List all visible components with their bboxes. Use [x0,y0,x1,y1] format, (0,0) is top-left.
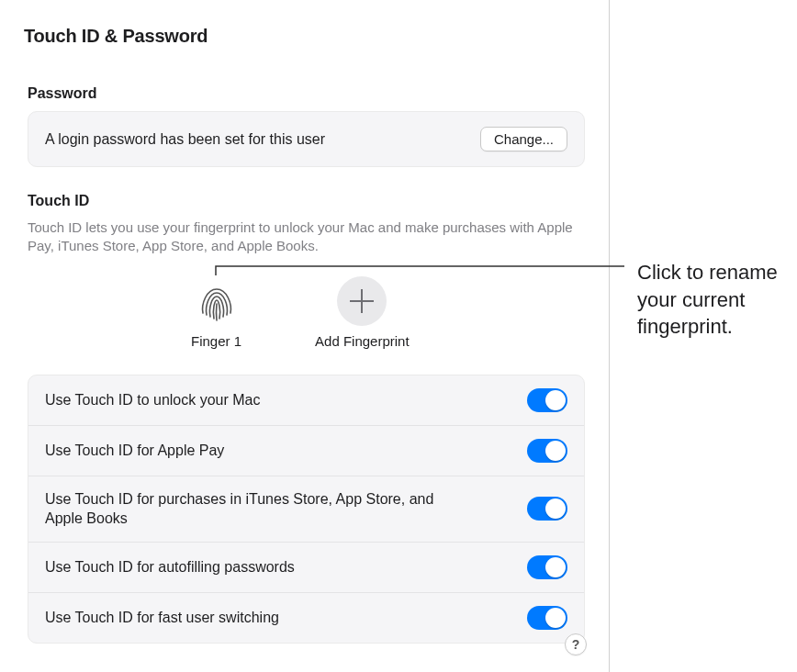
page-title: Touch ID & Password [0,0,609,47]
content-area: Password A login password has been set f… [0,47,609,644]
fingerprint-label[interactable]: Finger 1 [191,333,241,349]
add-fingerprint-icon [337,276,387,326]
switch-knob [545,608,566,628]
toggle-row-apple-pay: Use Touch ID for Apple Pay [28,426,584,476]
password-section-label: Password [28,85,585,102]
change-password-button[interactable]: Change... [480,127,567,151]
annotation-text: Click to rename your current fingerprint… [637,259,793,341]
add-fingerprint-label: Add Fingerprint [315,333,410,349]
add-fingerprint-item[interactable]: Add Fingerprint [315,276,410,349]
toggle-switch-unlock-mac[interactable] [527,388,567,412]
touchid-section: Touch ID Touch ID lets you use your fing… [28,193,585,644]
plus-icon [350,289,374,313]
touchid-toggle-list: Use Touch ID to unlock your Mac Use Touc… [28,375,585,644]
switch-knob [545,557,566,577]
toggle-switch-apple-pay[interactable] [527,439,567,463]
toggle-label: Use Touch ID for fast user switching [45,608,279,628]
toggle-row-autofill: Use Touch ID for autofilling passwords [28,543,584,593]
password-card: A login password has been set for this u… [28,111,585,167]
fingerprint-row: Finger 1 Add Fingerprint [28,256,585,375]
fingerprint-icon [192,276,241,326]
toggle-switch-purchases[interactable] [527,497,567,521]
toggle-row-unlock-mac: Use Touch ID to unlock your Mac [28,375,584,426]
password-description: A login password has been set for this u… [45,131,325,148]
switch-knob [545,498,566,519]
toggle-label: Use Touch ID for Apple Pay [45,441,224,461]
toggle-row-purchases: Use Touch ID for purchases in iTunes Sto… [28,476,584,543]
touchid-description: Touch ID lets you use your fingerprint t… [28,218,578,256]
toggle-label: Use Touch ID for purchases in iTunes Sto… [45,489,467,529]
toggle-switch-fast-user-switch[interactable] [527,606,567,630]
touchid-section-label: Touch ID [28,193,585,209]
settings-pane: Touch ID & Password Password A login pas… [0,0,610,672]
switch-knob [545,441,566,461]
toggle-label: Use Touch ID for autofilling passwords [45,557,295,577]
toggle-label: Use Touch ID to unlock your Mac [45,390,260,410]
switch-knob [545,390,566,410]
fingerprint-item-1[interactable]: Finger 1 [191,276,241,349]
toggle-switch-autofill[interactable] [527,555,567,579]
toggle-row-fast-user-switch: Use Touch ID for fast user switching [28,593,584,643]
help-button[interactable]: ? [565,633,587,655]
